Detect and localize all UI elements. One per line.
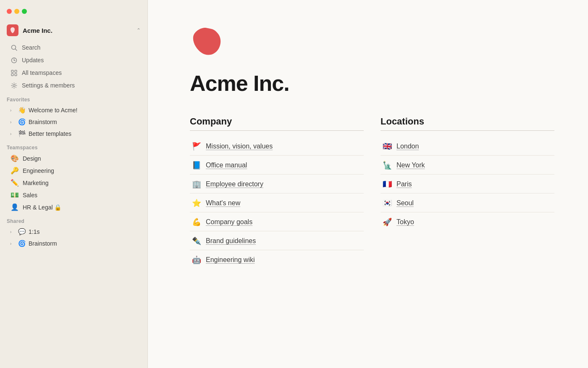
brainstorm-shared-emoji: 🌀 [18,240,26,247]
ones-label: 1:1s [29,228,39,235]
chevron-right-icon: › [10,132,15,136]
all-teamspaces-label: All teamspaces [22,69,62,76]
ones-emoji: 💬 [18,228,26,236]
sidebar-item-marketing[interactable]: ✏️ Marketing [3,177,144,188]
teamspaces-section-label: Teamspaces [0,140,147,152]
list-item[interactable]: 🇬🇧 London [381,138,554,156]
workspace-name: Acme Inc. [23,27,132,34]
sidebar-item-sales[interactable]: 💵 Sales [3,189,144,201]
engineering-wiki-link[interactable]: Engineering wiki [206,256,255,264]
sidebar: Acme Inc. ⌃ Search Updates [0,0,148,368]
new-york-link[interactable]: New York [396,161,425,169]
search-icon [10,44,18,51]
sales-emoji: 💵 [10,191,19,199]
sidebar-item-design[interactable]: 🎨 Design [3,153,144,164]
chevron-right-icon: › [10,120,15,124]
settings-icon [10,82,18,89]
list-item[interactable]: ✒️ Brand guidelines [190,232,364,250]
traffic-light-minimize[interactable] [14,9,19,14]
employee-directory-link[interactable]: Employee directory [206,180,263,188]
teamspaces-icon [10,69,18,77]
list-item[interactable]: 💪 Company goals [190,213,364,231]
shared-section-label: Shared [0,213,147,226]
whats-new-emoji: ⭐ [192,199,202,208]
updates-label: Updates [22,57,44,64]
sidebar-item-better-templates[interactable]: › 🏁 Better templates [3,128,144,139]
brainstorm-fav-label: Brainstorm [29,119,57,125]
svg-rect-8 [15,74,17,76]
list-item[interactable]: 🇫🇷 Paris [381,175,554,193]
company-link-list: 🚩 Mission, vision, values 📘 Office manua… [190,138,364,269]
seoul-link[interactable]: Seoul [396,199,414,207]
sidebar-item-welcome[interactable]: › 👋 Welcome to Acme! [3,105,144,116]
sidebar-item-engineering[interactable]: 🔑 Engineering [3,165,144,176]
company-section-title: Company [190,116,364,131]
better-templates-emoji: 🏁 [18,130,26,138]
mission-link[interactable]: Mission, vision, values [206,143,273,150]
sidebar-item-all-teamspaces[interactable]: All teamspaces [3,67,144,79]
welcome-label: Welcome to Acme! [29,107,77,114]
svg-point-9 [13,85,15,87]
list-item[interactable]: 🤖 Engineering wiki [190,251,364,269]
acme-logo-small [9,26,16,34]
london-link[interactable]: London [396,143,419,150]
locations-section-title: Locations [381,116,554,131]
traffic-lights [7,9,27,14]
paris-link[interactable]: Paris [396,180,412,188]
sidebar-item-search[interactable]: Search [3,42,144,53]
employee-directory-emoji: 🏢 [192,180,202,189]
design-label: Design [23,155,41,162]
list-item[interactable]: ⭐ What's new [190,194,364,212]
sidebar-item-brainstorm-shared[interactable]: › 🌀 Brainstorm [3,238,144,249]
hr-legal-emoji: 👤 [10,203,19,211]
content-grid: Company 🚩 Mission, vision, values 📘 Offi… [190,116,554,269]
marketing-label: Marketing [23,180,48,186]
main-content: Acme Inc. Company 🚩 Mission, vision, val… [148,0,588,368]
design-emoji: 🎨 [10,154,19,162]
company-goals-emoji: 💪 [192,217,202,227]
favorites-section-label: Favorites [0,92,147,104]
list-item[interactable]: 🇰🇷 Seoul [381,194,554,212]
list-item[interactable]: 🏢 Employee directory [190,175,364,193]
page-logo [190,25,554,71]
tokyo-link[interactable]: Tokyo [396,218,414,226]
page-title: Acme Inc. [190,71,554,96]
brand-guidelines-link[interactable]: Brand guidelines [206,237,256,245]
whats-new-link[interactable]: What's new [206,199,240,207]
updates-icon [10,56,18,64]
sidebar-item-ones[interactable]: › 💬 1:1s [3,226,144,237]
better-templates-label: Better templates [29,130,71,137]
search-label: Search [22,44,40,51]
acme-logo-blob [190,25,223,59]
list-item[interactable]: 🗽 New York [381,156,554,175]
chevron-right-icon: › [10,241,15,246]
new-york-emoji: 🗽 [382,161,392,170]
brand-guidelines-emoji: ✒️ [192,236,202,246]
sidebar-item-brainstorm-fav[interactable]: › 🌀 Brainstorm [3,116,144,127]
list-item[interactable]: 🚀 Tokyo [381,213,554,231]
welcome-emoji: 👋 [18,106,26,114]
sales-label: Sales [23,192,37,199]
locations-section: Locations 🇬🇧 London 🗽 New York 🇫🇷 Paris … [381,116,554,269]
sidebar-item-settings[interactable]: Settings & members [3,79,144,91]
list-item[interactable]: 🚩 Mission, vision, values [190,138,364,156]
sidebar-item-hr-legal[interactable]: 👤 HR & Legal 🔒 [3,201,144,213]
traffic-light-fullscreen[interactable] [22,9,27,14]
marketing-emoji: ✏️ [10,179,19,187]
sidebar-item-updates[interactable]: Updates [3,54,144,66]
engineering-label: Engineering [23,167,54,174]
svg-line-1 [15,49,17,50]
tokyo-emoji: 🚀 [382,217,392,227]
svg-rect-7 [11,74,13,76]
chevron-right-icon: › [10,230,15,234]
workspace-chevron-icon: ⌃ [136,27,141,33]
list-item[interactable]: 📘 Office manual [190,156,364,175]
settings-label: Settings & members [22,82,75,89]
svg-rect-6 [15,70,17,72]
workspace-selector[interactable]: Acme Inc. ⌃ [0,21,147,41]
company-section: Company 🚩 Mission, vision, values 📘 Offi… [190,116,364,269]
office-manual-link[interactable]: Office manual [206,161,247,169]
company-goals-link[interactable]: Company goals [206,218,252,226]
traffic-light-close[interactable] [7,9,12,14]
london-emoji: 🇬🇧 [382,142,392,151]
